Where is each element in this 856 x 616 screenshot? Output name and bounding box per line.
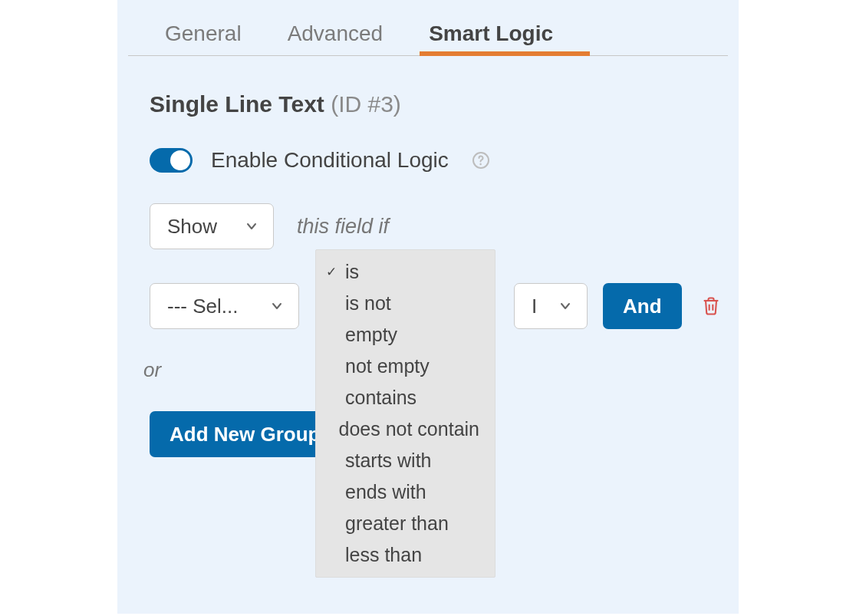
operator-option[interactable]: contains (316, 382, 495, 413)
operator-option[interactable]: starts with (316, 445, 495, 476)
operator-option-label: ends with (345, 481, 426, 503)
chevron-down-icon (244, 219, 259, 234)
tab-active-indicator (420, 51, 590, 56)
operator-option-label: is (345, 261, 359, 283)
hint-text: this field if (297, 215, 389, 239)
chevron-down-icon (558, 298, 573, 314)
toggle-knob (170, 150, 190, 170)
enable-logic-row: Enable Conditional Logic (117, 117, 739, 173)
operator-option[interactable]: not empty (316, 351, 495, 382)
rule-value-value: I... (532, 295, 539, 318)
field-heading: Single Line Text (ID #3) (117, 56, 739, 117)
field-id: (ID #3) (331, 91, 401, 117)
enable-logic-label: Enable Conditional Logic (211, 148, 449, 173)
operator-option-label: empty (345, 324, 397, 346)
add-new-group-button[interactable]: Add New Group (150, 411, 340, 457)
check-icon: ✓ (325, 264, 337, 280)
action-select-value: Show (167, 215, 217, 239)
operator-option[interactable]: is not (316, 288, 495, 319)
operator-option-label: not empty (345, 355, 430, 377)
rule-field-value: --- Sel... (167, 295, 238, 318)
chevron-down-icon (269, 298, 285, 314)
operator-option[interactable]: ends with (316, 476, 495, 508)
delete-rule-button[interactable] (700, 295, 722, 317)
action-row: Show this field if (117, 173, 739, 249)
operator-option[interactable]: ✓is (316, 256, 495, 288)
svg-point-1 (479, 163, 481, 165)
operator-option-label: starts with (345, 450, 432, 472)
tabs: General Advanced Smart Logic (117, 21, 739, 55)
tab-advanced[interactable]: Advanced (288, 21, 384, 55)
tab-smart-logic[interactable]: Smart Logic (429, 21, 553, 55)
operator-option[interactable]: greater than (316, 508, 495, 539)
operator-option-label: less than (345, 544, 422, 566)
help-icon[interactable] (472, 151, 490, 170)
action-select[interactable]: Show (150, 203, 274, 249)
and-button[interactable]: And (603, 283, 682, 329)
operator-option-label: contains (345, 387, 416, 409)
rule-field-select[interactable]: --- Sel... (150, 283, 299, 329)
operator-option-label: is not (345, 292, 391, 315)
smart-logic-panel: General Advanced Smart Logic Single Line… (117, 0, 739, 614)
enable-logic-toggle[interactable] (150, 148, 193, 173)
tab-underline (128, 55, 728, 56)
rule-row: --- Sel... I... And ✓is is not empty not… (117, 249, 739, 329)
tab-general[interactable]: General (165, 21, 242, 55)
operator-option-label: greater than (345, 512, 449, 535)
rule-value-select[interactable]: I... (514, 283, 588, 329)
operator-option-label: does not contain (339, 418, 479, 440)
operator-option[interactable]: empty (316, 319, 495, 351)
operator-option[interactable]: does not contain (316, 413, 495, 445)
field-name: Single Line Text (150, 91, 324, 117)
operator-dropdown[interactable]: ✓is is not empty not empty contains does… (315, 249, 495, 578)
operator-option[interactable]: less than (316, 539, 495, 571)
